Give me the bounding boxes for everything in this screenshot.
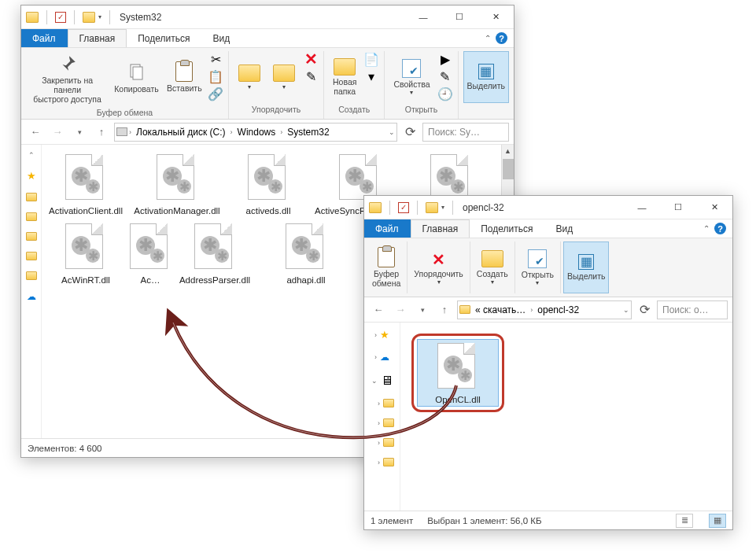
open-button[interactable]: Открыть ▾ xyxy=(518,241,558,293)
ribbon-collapse-icon[interactable]: ⌃ xyxy=(703,224,710,233)
qat-checkbox-icon[interactable]: ✓ xyxy=(398,202,409,213)
new-folder-button[interactable]: Новая папка xyxy=(329,51,360,103)
titlebar[interactable]: ✓ ▾ System32 — ☐ ✕ xyxy=(21,6,514,29)
minimize-button[interactable]: — xyxy=(624,196,660,219)
address-bar[interactable]: « скачать… › opencl-32 ⌄ xyxy=(457,300,632,319)
forward-button[interactable]: → xyxy=(391,300,410,319)
nav-pane[interactable]: ⌃ ★ ☁ xyxy=(21,145,42,438)
up-button[interactable]: ↑ xyxy=(92,123,111,142)
expand-icon[interactable]: ⌃ xyxy=(28,151,35,159)
paste-button[interactable]: Вставить xyxy=(164,51,205,103)
onedrive-icon[interactable]: ☁ xyxy=(27,291,36,302)
ribbon-collapse-icon[interactable]: ⌃ xyxy=(485,34,491,42)
cut-button[interactable]: ✂ xyxy=(208,51,223,67)
folder-icon[interactable] xyxy=(383,399,394,407)
recent-dropdown[interactable]: ▾ xyxy=(413,300,432,319)
qat-checkbox-icon[interactable]: ✓ xyxy=(55,12,66,23)
icons-view-button[interactable]: ▦ xyxy=(709,514,726,528)
breadcrumb-seg[interactable]: System32 xyxy=(284,127,332,138)
file-item[interactable]: AddressParser.dll xyxy=(174,222,256,285)
edit-button[interactable]: ✎ xyxy=(437,68,453,84)
file-item[interactable]: Ac… xyxy=(136,222,164,285)
address-dropdown-icon[interactable]: ⌄ xyxy=(623,306,629,314)
help-icon[interactable]: ? xyxy=(714,223,726,234)
copy-to-button[interactable]: ▾ xyxy=(268,51,300,103)
maximize-button[interactable]: ☐ xyxy=(441,6,478,29)
breadcrumb-prefix[interactable]: « скачать… xyxy=(472,304,529,315)
folder-icon[interactable] xyxy=(383,458,394,466)
details-view-button[interactable]: ≣ xyxy=(676,514,693,528)
scroll-thumb[interactable] xyxy=(503,159,514,179)
select-button[interactable]: Выделить xyxy=(463,51,509,103)
organize-button[interactable]: ✕ Упорядочить ▾ xyxy=(410,241,467,293)
search-input[interactable]: Поиск: Sy… xyxy=(422,123,509,142)
breadcrumb-seg[interactable]: opencl-32 xyxy=(534,304,582,315)
forward-button[interactable]: → xyxy=(48,123,67,142)
folder-icon[interactable] xyxy=(26,212,37,221)
folder-icon[interactable] xyxy=(26,232,37,241)
titlebar[interactable]: ✓ ▾ opencl-32 — ☐ ✕ xyxy=(364,196,732,219)
file-item[interactable]: ActivationManager.dll xyxy=(136,153,218,216)
help-icon[interactable]: ? xyxy=(496,32,507,44)
refresh-button[interactable]: ⟳ xyxy=(635,300,654,319)
quick-access-icon[interactable]: ★ xyxy=(27,170,36,182)
chevron-icon[interactable]: › xyxy=(374,353,377,361)
scroll-up-icon[interactable]: ▲ xyxy=(502,145,514,157)
folder-icon[interactable] xyxy=(383,438,394,447)
delete-button[interactable]: ✕ xyxy=(303,51,319,67)
close-button[interactable]: ✕ xyxy=(696,196,732,219)
maximize-button[interactable]: ☐ xyxy=(660,196,696,219)
up-button[interactable]: ↑ xyxy=(435,300,454,319)
paste-shortcut-button[interactable]: 🔗 xyxy=(208,86,223,101)
pc-icon[interactable]: 🖥 xyxy=(381,374,393,388)
back-button[interactable]: ← xyxy=(369,300,388,319)
pin-button[interactable]: Закрепить на панели быстрого доступа xyxy=(26,51,109,106)
rename-button[interactable]: ✎ xyxy=(303,68,319,84)
close-button[interactable]: ✕ xyxy=(478,6,514,29)
chevron-icon[interactable]: › xyxy=(374,331,377,339)
address-bar[interactable]: › Локальный диск (C:) › Windows › System… xyxy=(114,123,397,142)
tab-home[interactable]: Главная xyxy=(68,29,127,47)
recent-dropdown[interactable]: ▾ xyxy=(70,123,89,142)
qat-dropdown-icon[interactable]: ▾ xyxy=(98,13,101,20)
chevron-icon[interactable]: › xyxy=(378,459,380,466)
address-dropdown-icon[interactable]: ⌄ xyxy=(389,128,395,136)
easy-access-button[interactable]: ▾ xyxy=(363,68,379,84)
chevron-icon[interactable]: › xyxy=(230,128,233,136)
onedrive-icon[interactable]: ☁ xyxy=(380,352,389,363)
chevron-icon[interactable]: › xyxy=(129,128,131,136)
chevron-icon[interactable]: › xyxy=(280,128,282,136)
breadcrumb-seg[interactable]: Windows xyxy=(234,127,279,138)
file-pane[interactable]: OpenCL.dll xyxy=(400,323,732,511)
folder-icon[interactable] xyxy=(383,418,394,427)
file-item[interactable]: AcWinRT.dll xyxy=(45,222,127,285)
new-item-button[interactable]: 📄 xyxy=(363,51,379,67)
copy-path-button[interactable]: 📋 xyxy=(208,68,223,84)
folder-icon[interactable] xyxy=(26,252,37,260)
chevron-down-icon[interactable]: ⌄ xyxy=(371,377,378,385)
chevron-icon[interactable]: › xyxy=(530,306,533,314)
folder-icon[interactable] xyxy=(26,193,37,201)
chevron-icon[interactable]: › xyxy=(378,439,380,447)
breadcrumb-seg[interactable]: Локальный диск (C:) xyxy=(133,127,229,138)
qat-dropdown-icon[interactable]: ▾ xyxy=(441,204,444,211)
file-item[interactable]: activeds.dll xyxy=(227,153,309,216)
clipboard-button[interactable]: Буфер обмена xyxy=(368,241,404,293)
copy-button[interactable]: Копировать xyxy=(112,51,160,103)
search-input[interactable]: Поиск: o… xyxy=(657,300,728,319)
file-item[interactable]: adhapi.dll xyxy=(265,222,347,285)
tab-view[interactable]: Вид xyxy=(544,219,585,238)
file-item[interactable]: ActivationClient.dll xyxy=(45,153,127,216)
tab-file[interactable]: Файл xyxy=(364,219,411,238)
chevron-icon[interactable]: › xyxy=(378,419,380,427)
chevron-icon[interactable]: › xyxy=(378,400,380,407)
refresh-button[interactable]: ⟳ xyxy=(400,123,419,142)
tab-file[interactable]: Файл xyxy=(21,29,68,47)
history-button[interactable]: 🕘 xyxy=(437,86,453,101)
select-button[interactable]: Выделить xyxy=(563,241,609,293)
tab-share[interactable]: Поделиться xyxy=(127,29,201,47)
tab-share[interactable]: Поделиться xyxy=(470,219,544,238)
back-button[interactable]: ← xyxy=(26,123,45,142)
quick-access-icon[interactable]: ★ xyxy=(380,329,389,341)
tab-view[interactable]: Вид xyxy=(201,29,242,47)
